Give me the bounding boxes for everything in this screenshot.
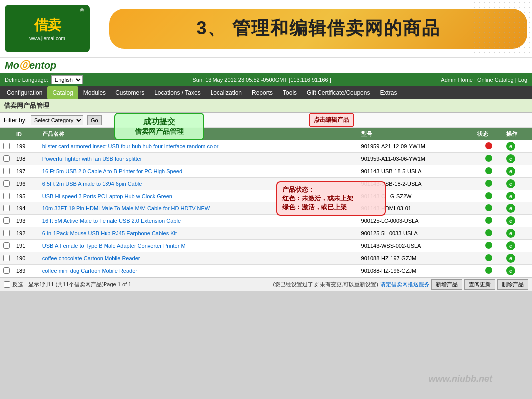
nav-bar: Configuration Catalog Modules Customers … <box>0 86 532 99</box>
row-checkbox[interactable] <box>3 143 10 149</box>
edit-button[interactable]: e <box>506 241 515 250</box>
row-name: 6.5Ft 2m USB A male to 1394 6pin Cable <box>39 178 358 190</box>
row-status <box>474 227 503 240</box>
product-table: ID 产品名称 型号 状态 操作 199blister card armored… <box>0 128 532 277</box>
edit-button[interactable]: e <box>506 204 515 213</box>
row-edit: e <box>503 178 532 190</box>
nav-customers[interactable]: Customers <box>110 86 149 99</box>
status-indicator <box>485 204 492 211</box>
row-name: 16 ft 5M Active Male to Female USB 2.0 E… <box>39 215 358 227</box>
logo-url: www.jiemai.com <box>29 36 65 41</box>
status-indicator <box>485 254 492 261</box>
row-checkbox[interactable] <box>3 155 10 162</box>
row-name: USB Hi-speed 3 Ports PC Laptop Hub w Clo… <box>39 190 358 202</box>
nav-locations-taxes[interactable]: Locations / Taxes <box>149 86 206 99</box>
edit-button[interactable]: e <box>506 154 515 163</box>
product-link[interactable]: Powerful fighter with fan USB four split… <box>42 156 142 162</box>
row-model: 901143-HDMI-03-01- <box>358 202 474 215</box>
status-indicator <box>485 142 492 149</box>
row-checkbox[interactable] <box>3 267 10 274</box>
bottom-bar: 反选 显示1到11 (共11个借卖网产品)Page 1 of 1 (您已经设置过… <box>0 277 532 291</box>
filter-bar: Filter by: Select Category Go <box>0 113 532 128</box>
row-checkbox[interactable] <box>3 168 10 174</box>
row-checkbox[interactable] <box>3 255 10 261</box>
row-checkbox[interactable] <box>3 217 10 224</box>
service-link[interactable]: 请定借卖网推送服务 <box>380 281 429 288</box>
row-name: 10m 33FT 19 Pin HDMI Male To Male M/M Ca… <box>39 202 358 215</box>
row-edit: e <box>503 240 532 252</box>
go-button[interactable]: Go <box>87 115 102 125</box>
nav-modules[interactable]: Modules <box>78 86 110 99</box>
row-checkbox[interactable] <box>3 242 10 249</box>
edit-button[interactable]: e <box>506 229 515 238</box>
status-indicator <box>485 217 492 224</box>
edit-button[interactable]: e <box>506 192 515 200</box>
table-row: 195USB Hi-speed 3 Ports PC Laptop Hub w … <box>0 190 532 202</box>
new-product-button[interactable]: 新增产品 <box>431 279 462 290</box>
status-indicator <box>485 180 492 187</box>
product-link[interactable]: 6-in-1Pack Mouse USB Hub RJ45 Earphone C… <box>42 230 177 236</box>
edit-button[interactable]: e <box>506 254 515 263</box>
delete-product-button[interactable]: 删除产品 <box>497 279 528 290</box>
edit-button[interactable]: e <box>506 179 515 188</box>
row-status <box>474 153 503 165</box>
nav-gift-certificate[interactable]: Gift Certificate/Coupons <box>302 86 375 99</box>
row-checkbox[interactable] <box>3 180 10 187</box>
row-model: 901088-HZ-197-GZJM <box>358 252 474 265</box>
table-row: 19716 Ft 5m USB 2.0 Cable A to B Printer… <box>0 165 532 178</box>
row-status <box>474 265 503 277</box>
edit-button[interactable]: e <box>506 266 515 275</box>
page-title: 借卖网产品管理 <box>4 101 49 110</box>
product-link[interactable]: 10m 33FT 19 Pin HDMI Male To Male M/M Ca… <box>42 205 210 211</box>
row-status <box>474 165 503 178</box>
row-status <box>474 252 503 265</box>
refresh-button[interactable]: 查阅更新 <box>464 279 495 290</box>
row-edit: e <box>503 215 532 227</box>
row-checkbox[interactable] <box>3 205 10 211</box>
row-checkbox[interactable] <box>3 193 10 199</box>
nav-catalog[interactable]: Catalog <box>47 86 78 99</box>
product-link[interactable]: 6.5Ft 2m USB A male to 1394 6pin Cable <box>42 181 142 187</box>
category-filter[interactable]: Select Category <box>31 115 83 125</box>
row-edit: e <box>503 202 532 215</box>
product-link[interactable]: coffee chocolate Cartoon Mobile Reader <box>42 255 140 261</box>
language-select[interactable]: English <box>51 75 83 84</box>
row-id: 191 <box>13 240 39 252</box>
nav-tools[interactable]: Tools <box>278 86 302 99</box>
datetime-display: Sun, 13 May 2012 23:05:52 -0500GMT [113.… <box>83 77 441 83</box>
product-link[interactable]: 16 ft 5M Active Male to Female USB 2.0 E… <box>42 218 181 224</box>
row-name: coffee mini dog Cartoon Mobile Reader <box>39 265 358 277</box>
product-link[interactable]: USB Hi-speed 3 Ports PC Laptop Hub w Clo… <box>42 193 172 199</box>
row-id: 198 <box>13 153 39 165</box>
content-wrapper: 借卖网产品管理 Filter by: Select Category Go ID… <box>0 99 532 291</box>
edit-button[interactable]: e <box>506 167 515 176</box>
row-model: 901143-WSS-002-USLA <box>358 240 474 252</box>
nav-reports[interactable]: Reports <box>247 86 278 99</box>
lang-label: Define Language: <box>5 77 48 83</box>
row-status <box>474 140 503 153</box>
product-link[interactable]: USB A Female to Type B Male Adapter Conv… <box>42 243 186 249</box>
row-edit: e <box>503 165 532 178</box>
product-link[interactable]: blister card armored insect USB four hub… <box>42 143 219 149</box>
select-all-checkbox[interactable] <box>4 281 10 288</box>
language-bar: Define Language: English Sun, 13 May 201… <box>0 73 532 86</box>
mopentop-text1: Mo <box>5 60 19 71</box>
product-link[interactable]: 16 Ft 5m USB 2.0 Cable A to B Printer fo… <box>42 168 182 174</box>
edit-button[interactable]: e <box>506 142 515 151</box>
logo-area: ® 借卖 www.jiemai.com <box>5 5 105 52</box>
row-name: 6-in-1Pack Mouse USB Hub RJ45 Earphone C… <box>39 227 358 240</box>
row-name: Powerful fighter with fan USB four split… <box>39 153 358 165</box>
nav-configuration[interactable]: Configuration <box>2 86 47 99</box>
row-checkbox[interactable] <box>3 230 10 236</box>
nav-extras[interactable]: Extras <box>375 86 402 99</box>
logo-text: 借卖 <box>34 16 60 35</box>
product-link[interactable]: coffee mini dog Cartoon Mobile Reader <box>42 268 137 274</box>
row-edit: e <box>503 140 532 153</box>
col-header-model: 型号 <box>358 128 474 140</box>
row-status <box>474 215 503 227</box>
edit-button[interactable]: e <box>506 216 515 225</box>
nav-localization[interactable]: Localization <box>206 86 247 99</box>
table-row: 191USB A Female to Type B Male Adapter C… <box>0 240 532 252</box>
bottom-note: (您已经设置过了,如果有变更,可以重新设置) <box>273 281 378 288</box>
logo-box: ® 借卖 www.jiemai.com <box>5 5 90 52</box>
